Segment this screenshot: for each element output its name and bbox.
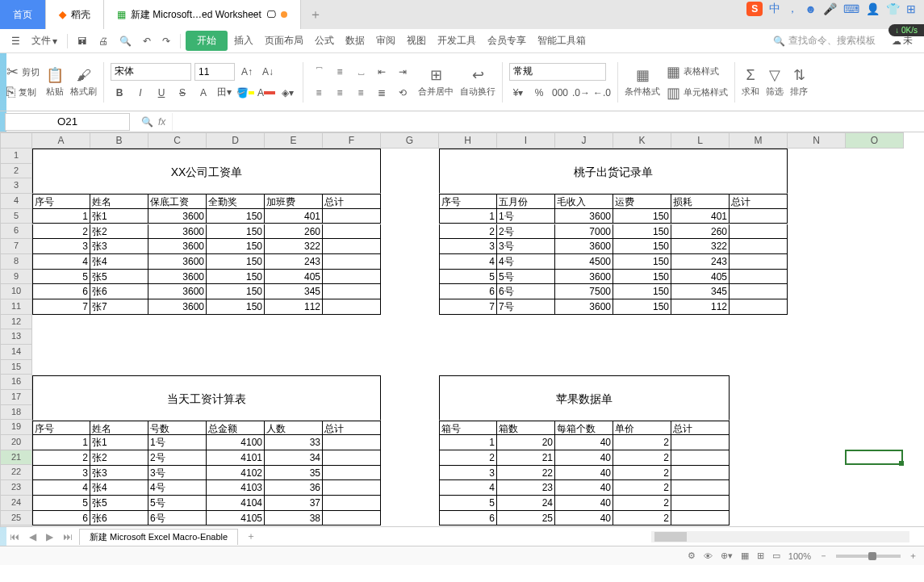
cell-K5[interactable]: 150 [613,209,671,224]
row-header-17[interactable]: 17 [0,390,32,405]
undo-icon[interactable]: ↶ [138,32,156,50]
cell-A11[interactable]: 7 [32,299,90,315]
cell-F24[interactable] [323,496,381,511]
hamburger-icon[interactable]: ☰ [6,32,25,50]
cell-I11[interactable]: 7号 [497,299,555,315]
row-header-3[interactable]: 3 [0,178,32,194]
cell-E11[interactable]: 112 [265,299,323,315]
col-header-D[interactable]: D [207,132,265,149]
cell-I21[interactable]: 21 [497,450,555,466]
cell-H25[interactable]: 6 [439,511,497,526]
cell-J22[interactable]: 40 [555,466,613,481]
cell-A7[interactable]: 3 [32,239,90,254]
menu-pagelayout[interactable]: 页面布局 [260,31,308,51]
cell-E23[interactable]: 36 [265,480,323,496]
indent-inc-icon[interactable]: ⇥ [394,63,412,81]
keyboard-icon[interactable]: ⌨ [843,2,859,15]
paste-icon[interactable]: 📋 [46,66,64,84]
cell-B4[interactable]: 姓名 [90,194,148,209]
cell-C11[interactable]: 3600 [148,299,207,315]
col-header-E[interactable]: E [265,132,323,149]
align-middle-icon[interactable]: ≡ [331,63,349,81]
col-header-J[interactable]: J [555,132,613,149]
cell-L10[interactable]: 345 [671,284,730,299]
cell-E4[interactable]: 加班费 [265,194,323,209]
row-header-22[interactable]: 22 [0,465,32,480]
row-header-1[interactable]: 1 [0,149,32,164]
fill-color-button[interactable]: 🪣 [236,84,254,102]
cell-F5[interactable] [323,209,381,224]
font-select[interactable] [111,63,191,81]
cell-D4[interactable]: 全勤奖 [207,194,265,209]
zoom-fit-icon[interactable]: 🔍 [141,116,153,128]
cell-E7[interactable]: 322 [265,239,323,254]
merged-title[interactable]: 苹果数据单 [439,375,730,421]
cell-L8[interactable]: 243 [671,254,730,270]
cell-J24[interactable]: 40 [555,496,613,511]
cell-C10[interactable]: 3600 [148,284,207,299]
sheet-nav-prev[interactable]: ◀ [26,531,40,542]
cell-D21[interactable]: 4101 [207,450,265,466]
zoom-value[interactable]: 100% [788,551,811,561]
menu-member[interactable]: 会员专享 [483,31,531,51]
menu-data[interactable]: 数据 [341,31,370,51]
cell-F20[interactable] [323,435,381,450]
fmt-painter-label[interactable]: 格式刷 [70,86,97,98]
cell-D24[interactable]: 4104 [207,496,265,511]
cell-B7[interactable]: 张3 [90,239,148,254]
cell-B22[interactable]: 张3 [90,466,148,481]
cell-B6[interactable]: 张2 [90,224,148,240]
cell-H5[interactable]: 1 [439,209,497,224]
cell-M5[interactable] [730,209,788,224]
cell-J9[interactable]: 3600 [555,270,613,285]
cell-L25[interactable] [671,511,730,526]
cell-C22[interactable]: 3号 [148,466,207,481]
row-header-8[interactable]: 8 [0,254,32,270]
cell-L24[interactable] [671,496,730,511]
copy-icon[interactable]: ⎘ [6,84,15,101]
cell-H6[interactable]: 2 [439,224,497,240]
cell-L20[interactable] [671,435,730,450]
cell-E10[interactable]: 345 [265,284,323,299]
cell-A8[interactable]: 4 [32,254,90,270]
cell-D10[interactable]: 150 [207,284,265,299]
cell-K7[interactable]: 150 [613,239,671,254]
typography-button[interactable]: A [194,84,212,102]
cell-J10[interactable]: 7500 [555,284,613,299]
merged-title[interactable]: 桃子出货记录单 [439,149,788,194]
cell-C23[interactable]: 4号 [148,480,207,496]
row-header-21[interactable]: 21 [0,450,32,466]
scissors-icon[interactable]: ✂ [6,63,19,81]
save-icon[interactable]: 🖬 [73,32,92,50]
cell-J11[interactable]: 3600 [555,299,613,315]
merged-title[interactable]: 当天工资计算表 [32,375,381,421]
cell-A10[interactable]: 6 [32,284,90,299]
cell-M10[interactable] [730,284,788,299]
cell-E21[interactable]: 34 [265,450,323,466]
cell-B10[interactable]: 张6 [90,284,148,299]
sort-icon[interactable]: ⇅ [793,66,805,84]
preview-icon[interactable]: 🔍 [115,32,136,50]
wrap-text-icon[interactable]: ↩ [472,66,484,84]
cell-J7[interactable]: 3600 [555,239,613,254]
row-header-18[interactable]: 18 [0,405,32,421]
cell-F6[interactable] [323,224,381,240]
col-header-I[interactable]: I [497,132,555,149]
cell-F23[interactable] [323,480,381,496]
cell-D11[interactable]: 150 [207,299,265,315]
cell-H8[interactable]: 4 [439,254,497,270]
cell-E5[interactable]: 401 [265,209,323,224]
cell-B8[interactable]: 张4 [90,254,148,270]
row-header-25[interactable]: 25 [0,511,32,526]
percent-icon[interactable]: % [530,84,548,102]
col-header-G[interactable]: G [381,132,439,149]
cell-L5[interactable]: 401 [671,209,730,224]
cell-B5[interactable]: 张1 [90,209,148,224]
row-header-23[interactable]: 23 [0,480,32,496]
cell-A5[interactable]: 1 [32,209,90,224]
cell-F11[interactable] [323,299,381,315]
cell-L23[interactable] [671,480,730,496]
font-color-button[interactable]: A [257,84,275,102]
cell-K8[interactable]: 150 [613,254,671,270]
cell-F8[interactable] [323,254,381,270]
